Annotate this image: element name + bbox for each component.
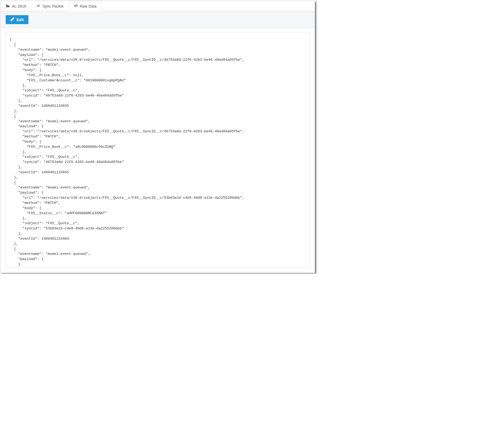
pencil-icon [11, 17, 14, 22]
code-icon [74, 4, 78, 8]
edit-button-label: Edit [17, 18, 24, 22]
raw-data-viewer[interactable]: [ { "eventname": "model:event-queued", "… [6, 32, 310, 268]
folder-open-icon [6, 4, 10, 9]
window: AL-2816 Sync Packet Raw Data Edit [ { "e… [1, 1, 315, 273]
tab-label: Raw Data [80, 4, 96, 8]
list-icon [37, 4, 40, 9]
tab-al-2816[interactable]: AL-2816 [1, 1, 31, 11]
tab-raw-data[interactable]: Raw Data [69, 1, 102, 11]
tab-label: Sync Packet [43, 4, 64, 8]
toolbar: Edit [1, 11, 315, 28]
content-area: [ { "eventname": "model:event-queued", "… [1, 28, 315, 273]
tab-sync-packet[interactable]: Sync Packet [31, 1, 69, 11]
tab-label: AL-2816 [12, 4, 26, 8]
edit-button[interactable]: Edit [6, 15, 28, 24]
tab-bar: AL-2816 Sync Packet Raw Data [1, 1, 315, 11]
